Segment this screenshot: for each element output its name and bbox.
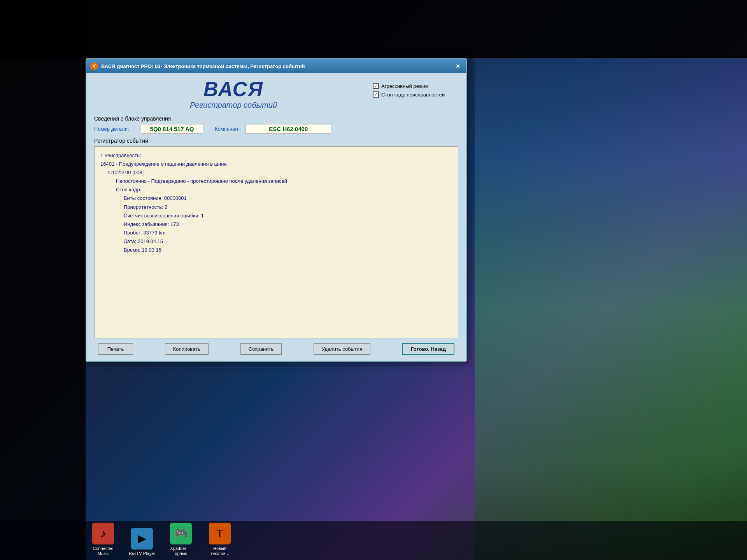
checkbox-stopframe[interactable]: ✓ Стоп-кадр неисправностей xyxy=(373,91,458,98)
vasya-main-title: ВАСЯ xyxy=(94,79,373,99)
header-checkboxes: ✓ Агрессивный режим ✓ Стоп-кадр неисправ… xyxy=(373,79,458,98)
checkbox-stopframe-box[interactable]: ✓ xyxy=(373,91,379,98)
dialog-window: V ВАСЯ диагност PRO: 03- Электроника тор… xyxy=(86,58,467,362)
event-line: Время: 19:03:15 xyxy=(100,246,452,254)
checkbox-aggressive[interactable]: ✓ Агрессивный режим xyxy=(373,83,458,89)
event-line: Индекс забывания: 173 xyxy=(100,220,452,229)
event-line: Биты состояния: 00000001 xyxy=(100,194,452,203)
taskbar-icon-rustv-player: ▶ xyxy=(131,528,153,550)
save-button[interactable]: Сохранить xyxy=(240,343,282,355)
print-button[interactable]: Печать xyxy=(98,343,133,355)
taskbar-icon-xpadder: 🎮 xyxy=(170,523,192,544)
taskbar-icon-connected-music: ♪ xyxy=(92,523,114,544)
title-bar-text: ВАСЯ диагност PRO: 03- Электроника тормо… xyxy=(101,63,305,69)
event-line: Непостоянно - Подтверждено - протестиров… xyxy=(100,177,452,186)
taskbar-item-new-text[interactable]: TНовый текстов... xyxy=(202,523,237,556)
taskbar: ♪Connected Music▶RusTV Player🎮Xpadder — … xyxy=(0,521,747,560)
dialog-body: ВАСЯ Регистратор событий ✓ Агрессивный р… xyxy=(86,73,466,361)
event-line: Приоритетность: 2 xyxy=(100,203,452,212)
part-number-value: 5Q0 614 517 AQ xyxy=(141,124,203,134)
taskbar-label-xpadder: Xpadder — ярлык xyxy=(170,546,192,556)
vasya-subtitle: Регистратор событий xyxy=(94,101,373,110)
checkbox-aggressive-box[interactable]: ✓ xyxy=(373,83,379,89)
taskbar-label-new-text: Новый текстов... xyxy=(210,546,229,556)
taskbar-icon-new-text: T xyxy=(209,523,231,544)
event-line: Стоп-кадр: xyxy=(100,186,452,194)
vasya-title-block: ВАСЯ Регистратор событий xyxy=(94,79,373,110)
event-line: 16401 - Предупреждение о падении давлени… xyxy=(100,160,452,168)
app-icon: V xyxy=(90,62,98,70)
event-log-box: 1 неисправность:16401 - Предупреждение о… xyxy=(94,146,458,338)
dark-overlay-left xyxy=(0,0,86,560)
taskbar-item-xpadder[interactable]: 🎮Xpadder — ярлык xyxy=(163,523,198,556)
dark-overlay-top xyxy=(0,0,747,58)
event-section: Регистратор событий 1 неисправность:1640… xyxy=(94,138,458,338)
event-line: 1 неисправность: xyxy=(100,151,452,160)
header-area: ВАСЯ Регистратор событий ✓ Агрессивный р… xyxy=(94,79,458,110)
button-row: Печать Копировать Сохранить Удалить собы… xyxy=(94,343,458,355)
delete-events-button[interactable]: Удалить события xyxy=(314,343,370,355)
component-label: Компонент: xyxy=(215,126,242,132)
taskbar-item-rustv-player[interactable]: ▶RusTV Player xyxy=(124,528,160,556)
close-button[interactable]: × xyxy=(454,62,462,70)
done-back-button[interactable]: Готово. Назад xyxy=(402,343,454,355)
checkbox-aggressive-label: Агрессивный режим xyxy=(381,83,429,89)
event-line: Пробег: 33779 km xyxy=(100,229,452,237)
taskbar-item-connected-music[interactable]: ♪Connected Music xyxy=(86,523,121,556)
checkbox-stopframe-label: Стоп-кадр неисправностей xyxy=(381,92,445,98)
event-section-title: Регистратор событий xyxy=(94,138,458,144)
event-line: Счётчик возникновения ошибки: 1 xyxy=(100,212,452,220)
landscape-right xyxy=(475,58,747,560)
taskbar-label-rustv-player: RusTV Player xyxy=(129,551,155,556)
info-section-title: Сведения о блоке управления xyxy=(94,116,458,122)
title-bar: V ВАСЯ диагност PRO: 03- Электроника тор… xyxy=(86,59,466,73)
info-row: Номер детали: 5Q0 614 517 AQ Компонент: … xyxy=(94,124,458,134)
title-bar-left: V ВАСЯ диагност PRO: 03- Электроника тор… xyxy=(90,62,305,70)
info-section: Сведения о блоке управления Номер детали… xyxy=(94,116,458,134)
event-line: Дата: 2019.04.15 xyxy=(100,237,452,246)
component-value: ESC H62 0400 xyxy=(245,124,331,134)
taskbar-label-connected-music: Connected Music xyxy=(93,546,113,556)
event-line: C102D 00 [008] - - xyxy=(100,168,452,177)
copy-button[interactable]: Копировать xyxy=(165,343,209,355)
part-number-label: Номер детали: xyxy=(94,126,137,132)
